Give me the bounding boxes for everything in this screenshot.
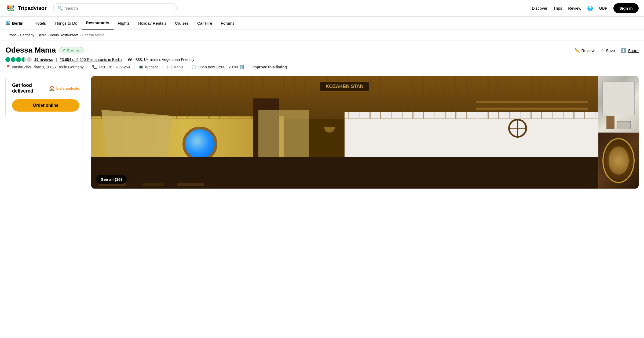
review-icon: ✏️ [575,48,580,53]
sep-pipe-1: | [87,65,89,69]
claimed-text: Claimed [67,48,80,52]
city-icon: 🏙️ [5,21,10,25]
breadcrumb-berlin-restaurants[interactable]: Berlin Restaurants [50,33,79,37]
sep-pipe-3: | [162,65,163,69]
nav-item-holiday-rentals[interactable]: Holiday Rentals [134,17,171,29]
lieferando-logo: 🏠 Lieferando.de [49,85,79,91]
nav-item-car-hire[interactable]: Car Hire [193,17,217,29]
header-right-nav: Discover Trips Review 🌐 GBP Sign in [532,3,639,13]
share-label: Share [628,48,639,53]
listing-title-row: Odessa Mama ✔ Claimed [5,46,569,54]
review-button[interactable]: ✏️ Review [575,48,595,53]
nav-item-cruises[interactable]: Cruises [171,17,193,29]
lieferando-text: Lieferando.de [56,86,79,90]
nav-item-hotels[interactable]: Hotels [30,17,50,29]
star-1 [5,57,10,62]
breadcrumb-berlin[interactable]: Berlin [38,33,46,37]
separator-1: | [56,57,57,62]
improve-listing-link[interactable]: Improve this listing [253,65,287,69]
search-bar: 🔍 [53,3,177,13]
phone-icon: 📞 [92,65,97,69]
sep-pipe-5: | [248,65,249,69]
search-input[interactable] [65,6,172,10]
website-text: Website [145,65,158,69]
tripadvisor-owl-icon [5,3,16,14]
save-label: Save [606,48,615,53]
sep-pipe-4: | [186,65,188,69]
save-icon: ♡ [601,48,604,53]
breadcrumb-germany[interactable]: Germany [20,33,34,37]
logo[interactable]: Tripadvisor [5,3,47,14]
nav-item-forums[interactable]: Forums [217,17,239,29]
hours-text: Open now 12:00 - 20:00 [198,65,238,69]
gallery-main-image[interactable]: KOZAKEN STAN [91,76,598,189]
star-4 [21,57,26,62]
svg-point-8 [12,8,13,9]
breadcrumb-sep-1: › [18,33,19,37]
action-buttons: ✏️ Review ♡ Save ⬆️ Share [575,46,639,53]
phone-text: +49 176 37865254 [98,65,130,69]
svg-point-11 [12,5,14,8]
nav-item-restaurants[interactable]: Restaurants [82,17,114,30]
menu-text: Menu [173,65,183,69]
gallery-side-bottom[interactable] [598,133,639,189]
website-icon: 💻 [138,65,144,69]
delivery-card-header: Get food delivered 🏠 Lieferando.de [12,83,79,94]
phone-item[interactable]: 📞 +49 176 37865254 [92,65,130,69]
info-icon[interactable]: ℹ️ [239,65,244,69]
listing-name: Odessa Mama [5,46,56,54]
svg-point-7 [9,8,10,9]
nav-discover[interactable]: Discover [532,6,547,10]
nav-city[interactable]: 🏙️ Berlin [5,17,28,29]
info-row: 📍 Innsbrucker Platz 3, 10827 Berlin Germ… [5,65,569,69]
order-online-button[interactable]: Order online [12,99,79,112]
address-item: 📍 Innsbrucker Platz 3, 10827 Berlin Germ… [5,65,84,69]
globe-icon[interactable]: 🌐 [587,5,593,11]
star-5 [27,57,32,62]
rating-row: 25 reviews | #3,654 of 5,620 Restaurants… [5,57,569,62]
svg-point-6 [12,8,13,9]
menu-item[interactable]: 🍽️ Menu [167,65,183,69]
nav-trips[interactable]: Trips [553,6,562,10]
svg-point-12 [9,5,12,8]
breadcrumb-current: Odessa Mama [82,33,105,37]
nav-item-things-to-do[interactable]: Things to Do [50,17,82,29]
lieferando-icon: 🏠 [49,85,55,91]
share-button[interactable]: ⬆️ Share [621,48,639,53]
header: Tripadvisor 🔍 Discover Trips Review 🌐 GB… [0,0,644,17]
star-3 [16,57,21,62]
main-content: Get food delivered 🏠 Lieferando.de Order… [0,72,644,194]
currency-selector[interactable]: GBP [599,6,608,10]
stars [5,57,32,62]
delivery-card: Get food delivered 🏠 Lieferando.de Order… [5,76,86,118]
breadcrumb-europe[interactable]: Europe [5,33,17,37]
website-item[interactable]: 💻 Website [138,65,158,69]
clock-icon: 🕐 [191,65,196,69]
ranking[interactable]: #3,654 of 5,620 Restaurants in Berlin [60,57,122,62]
save-button[interactable]: ♡ Save [601,48,615,53]
see-all-button[interactable]: See all (16) [96,175,127,184]
hours-item: 🕐 Open now 12:00 - 20:00 ℹ️ [191,65,244,69]
menu-icon: 🍽️ [167,65,172,69]
location-icon: 📍 [5,65,10,69]
review-label: Review [581,48,595,53]
nav-item-flights[interactable]: Flights [114,17,134,29]
gallery-side-images [598,76,639,189]
listing-title-section: Odessa Mama ✔ Claimed 25 reviews | #3,65… [5,46,569,69]
sep-pipe-2: | [134,65,135,69]
breadcrumb-sep-2: › [35,33,36,37]
gallery-side-top[interactable] [598,76,639,132]
breadcrumb: Europe › Germany › Berlin › Berlin Resta… [0,30,644,41]
separator-2: | [125,57,126,62]
cuisine-tags: ££ - £££, Ukrainian, Vegetarian Friendly [128,57,194,62]
address-text: Innsbrucker Platz 3, 10827 Berlin German… [12,65,84,69]
sign-in-button[interactable]: Sign in [613,3,639,13]
share-icon: ⬆️ [621,48,626,53]
review-count[interactable]: 25 reviews [34,57,53,62]
delivery-title: Get food delivered [12,83,49,94]
listing-header: Odessa Mama ✔ Claimed 25 reviews | #3,65… [0,41,644,72]
svg-point-10 [7,5,9,8]
breadcrumb-sep-4: › [80,33,81,37]
search-icon: 🔍 [58,6,63,11]
nav-review[interactable]: Review [568,6,581,10]
